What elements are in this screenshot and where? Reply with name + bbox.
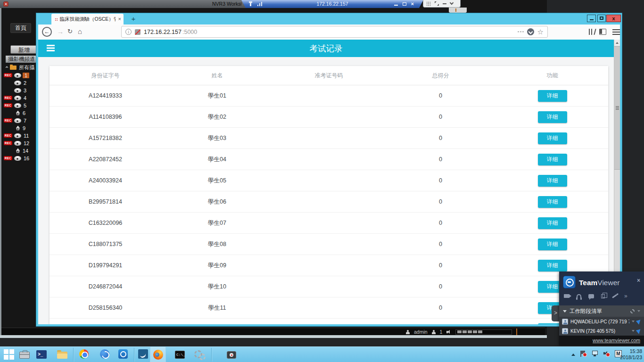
video-icon[interactable] [564,294,570,298]
collapse-triangle-icon[interactable] [563,310,567,313]
session-list-header[interactable]: 工作階段清單 [559,305,644,317]
rdp-minimize-button[interactable] [394,5,398,6]
scrollbar-grip-icon [616,106,619,107]
teamviewer-toolbar: » [564,294,627,298]
site-info-icon[interactable]: i [125,29,132,35]
session-row[interactable]: HQWADELIU-PC (729 719 741) [559,317,644,326]
new-tab-button[interactable]: + [129,14,138,25]
taskbar-services[interactable] [194,349,204,360]
tab-favicon [55,18,58,21]
folder-icon [10,66,17,70]
tab-title: 臨床技能測驗（OSCE）管理平 [60,14,116,25]
reload-button[interactable]: ↻ [67,28,73,35]
browser-tab[interactable]: 臨床技能測驗（OSCE）管理平 × [51,14,124,25]
detail-button[interactable]: 详细 [538,196,567,208]
home-button[interactable]: ⌂ [78,27,82,35]
taskbar-separator [211,348,212,362]
window-maximize-button[interactable] [597,15,606,22]
col-header-score: 总得分 [385,72,496,80]
session-dropdown-icon[interactable] [632,330,635,332]
tray-expand-icon[interactable] [571,354,575,356]
plugin-blocked-icon[interactable] [135,29,140,35]
cell-name: 學生03 [161,134,273,142]
gear-icon[interactable] [630,309,635,313]
taskbar-mysql-workbench[interactable] [138,349,149,360]
window-close-button[interactable]: x [606,15,621,22]
desktop: NVR3 Workstation 首頁 新增 攝影機頻道 所有攝 REC 1 2 [0,0,644,362]
detail-button[interactable]: 详细 [538,217,567,229]
resize-icon[interactable] [435,1,439,6]
taskbar-server-manager[interactable] [19,349,30,360]
window-minimize-button[interactable] [587,15,596,22]
gear-dropdown-icon[interactable] [637,310,640,312]
browser-menu-icon[interactable] [612,29,620,30]
add-camera-button[interactable]: 新增 [10,45,38,54]
audio-headset-icon[interactable] [577,294,581,298]
session-row[interactable]: KEVIN (726 405 575) [559,326,644,336]
session-dropdown-icon[interactable] [632,321,635,322]
dome-camera-icon [14,96,21,100]
detail-button[interactable]: 详细 [538,260,567,272]
rdp-connection-bar: 172.16.22.157 × [241,0,423,8]
taskbar-chrome[interactable] [79,349,90,360]
teamviewer-link[interactable]: www.teamviewer.com [593,337,640,343]
camera-number: 1 [23,73,29,78]
dome-camera-icon [14,88,21,93]
back-button[interactable]: ← [42,27,52,37]
taskbar-browser-360[interactable] [100,349,110,360]
bookmark-star-icon[interactable]: ☆ [537,28,544,35]
whiteboard-icon[interactable] [612,294,617,298]
taskbar-teamviewer[interactable] [118,349,129,360]
expand-arrow-icon[interactable] [5,66,8,69]
teamviewer-logo-icon [563,276,576,288]
rdp-restore-button[interactable] [403,2,406,6]
teamviewer-collapse-handle[interactable]: > [552,305,560,321]
url-bar[interactable]: i 172.16.22.157 :5000 ☆ [121,26,548,38]
table-row: B299571814 學生06 0 详细 [50,191,608,213]
nvr-status-bar: admin 1 [1,328,545,335]
forward-button[interactable]: → [57,28,64,35]
page-actions-icon[interactable] [517,31,524,33]
tab-close-icon[interactable]: × [118,14,121,24]
detail-button[interactable]: 详细 [538,111,567,123]
taskbar-nvr-viewer[interactable] [227,349,237,360]
server-manager-icon [19,352,30,359]
chevron-down-icon[interactable] [450,1,454,5]
taskbar-command-prompt[interactable]: C:\_ [175,349,185,360]
detail-button[interactable]: 详细 [538,132,567,144]
taskbar-clock[interactable]: 15:38 2018/1/23 [615,348,642,361]
taskbar-firefox-active[interactable] [150,347,166,362]
scrollbar-thumb[interactable] [614,46,620,170]
teamviewer-close-icon[interactable]: × [637,277,640,284]
action-center-flag-icon[interactable] [581,351,585,354]
detail-button[interactable]: 详细 [538,239,567,250]
pocket-icon[interactable] [527,28,534,35]
cell-id: D246872044 [50,283,161,290]
network-icon[interactable] [592,351,598,355]
sidebar-toggle-icon[interactable] [599,29,606,35]
file-transfer-icon[interactable] [601,294,605,298]
nvr-tab-home[interactable]: 首頁 [10,23,31,33]
minimize-icon[interactable] [443,3,446,4]
more-icon[interactable]: » [624,294,627,298]
chat-icon[interactable] [588,294,594,298]
library-icon[interactable] [589,29,595,35]
taskbar-file-explorer[interactable] [57,349,67,360]
rdp-close-button[interactable]: × [411,1,414,7]
cell-name: 學生08 [161,240,273,248]
start-button[interactable] [4,349,14,360]
ptz-camera-icon [16,148,20,153]
detail-button[interactable]: 详细 [538,90,567,102]
volume-slider[interactable] [455,329,512,335]
detail-button[interactable]: 详细 [538,175,567,187]
scrollbar-up-arrow[interactable] [614,40,620,46]
grid-icon[interactable] [426,1,431,6]
table-row: A240033924 學生05 0 详细 [50,170,608,191]
taskbar-powershell[interactable]: >_ [36,349,47,360]
detail-button[interactable]: 详细 [538,154,567,165]
muted-speaker-icon[interactable] [603,351,608,355]
camera-number: 3 [24,88,26,93]
browser-toolbar: ← → ↻ ⌂ i 172.16.22.157 :5000 ☆ [38,25,620,40]
nvr-app-icon [3,1,8,7]
cell-name: 學生05 [161,177,273,185]
